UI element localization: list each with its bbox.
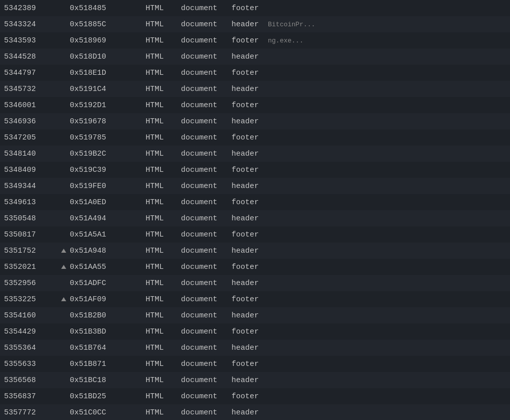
row-type2: document	[171, 263, 226, 271]
row-label: footer	[226, 230, 508, 239]
table-row[interactable]: 5350817 0x51A5A1 HTML document footer	[0, 226, 510, 243]
row-address: 0x518969	[70, 36, 135, 45]
row-arrow	[58, 295, 70, 304]
row-type1: HTML	[135, 230, 171, 239]
row-type2: document	[171, 166, 226, 174]
row-type1: HTML	[135, 408, 171, 417]
table-row[interactable]: 5345732 0x5191C4 HTML document header	[0, 81, 510, 97]
row-label: header	[226, 214, 508, 223]
row-label: footer	[226, 166, 508, 174]
row-address: 0x51885C	[70, 20, 135, 29]
table-row[interactable]: 5346001 0x5192D1 HTML document footer	[0, 97, 510, 113]
row-label: header	[226, 182, 508, 191]
row-id: 5347205	[2, 133, 58, 142]
row-label: footer ng.exe...	[226, 36, 508, 45]
row-label: header	[226, 117, 508, 126]
row-label: header	[226, 247, 508, 255]
row-type2: document	[171, 150, 226, 158]
row-type1: HTML	[135, 279, 171, 288]
row-label: footer	[226, 263, 508, 271]
row-id: 5355633	[2, 360, 58, 368]
table-row[interactable]: 5355364 0x51B764 HTML document header	[0, 340, 510, 356]
row-type2: document	[171, 408, 226, 417]
row-type2: document	[171, 85, 226, 94]
row-type2: document	[171, 20, 226, 29]
row-address: 0x5191C4	[70, 85, 135, 94]
row-address: 0x519678	[70, 117, 135, 126]
row-address: 0x51B2B0	[70, 311, 135, 320]
table-row[interactable]: 5356837 0x51BD25 HTML document footer	[0, 388, 510, 404]
row-address: 0x51AA55	[70, 263, 135, 271]
row-type1: HTML	[135, 69, 171, 77]
table-row[interactable]: 5346936 0x519678 HTML document header	[0, 113, 510, 129]
table-row[interactable]: 5349344 0x519FE0 HTML document header	[0, 178, 510, 194]
row-address: 0x5192D1	[70, 101, 135, 110]
row-label: header	[226, 150, 508, 158]
row-address: 0x51A0ED	[70, 198, 135, 207]
table-row[interactable]: 5349613 0x51A0ED HTML document footer	[0, 194, 510, 210]
row-type1: HTML	[135, 182, 171, 191]
table-row[interactable]: 5348140 0x519B2C HTML document header	[0, 146, 510, 162]
row-type2: document	[171, 198, 226, 207]
table-row[interactable]: 5351752 0x51A948 HTML document header	[0, 243, 510, 259]
table-row[interactable]: 5352956 0x51ADFC HTML document header	[0, 275, 510, 291]
row-address: 0x51ADFC	[70, 279, 135, 288]
row-type1: HTML	[135, 360, 171, 368]
row-label: header BitcoinPr...	[226, 20, 508, 29]
row-type2: document	[171, 214, 226, 223]
table-row[interactable]: 5355633 0x51B871 HTML document footer	[0, 356, 510, 372]
row-label: footer	[226, 198, 508, 207]
row-type2: document	[171, 247, 226, 255]
row-id: 5356837	[2, 392, 58, 401]
row-arrow	[58, 263, 70, 271]
row-type2: document	[171, 360, 226, 368]
row-type2: document	[171, 117, 226, 126]
row-type1: HTML	[135, 53, 171, 61]
table-row[interactable]: 5344797 0x518E1D HTML document footer	[0, 65, 510, 81]
table-row[interactable]: 5347205 0x519785 HTML document footer	[0, 129, 510, 146]
table-row[interactable]: 5343593 0x518969 HTML document footer ng…	[0, 32, 510, 49]
row-id: 5344797	[2, 69, 58, 77]
row-id: 5349613	[2, 198, 58, 207]
table-row[interactable]: 5348409 0x519C39 HTML document footer	[0, 162, 510, 178]
row-id: 5351752	[2, 247, 58, 255]
row-type1: HTML	[135, 376, 171, 385]
table-row[interactable]: 5356568 0x51BC18 HTML document header	[0, 372, 510, 388]
table-row[interactable]: 5350548 0x51A494 HTML document header	[0, 210, 510, 226]
row-id: 5346001	[2, 101, 58, 110]
row-id: 5356568	[2, 376, 58, 385]
table-row[interactable]: 5342389 0x518485 HTML document footer	[0, 0, 510, 16]
row-address: 0x518E1D	[70, 69, 135, 77]
row-label: header	[226, 408, 508, 417]
table-row[interactable]: 5354160 0x51B2B0 HTML document header	[0, 307, 510, 323]
row-address: 0x51BC18	[70, 376, 135, 385]
row-id: 5344528	[2, 53, 58, 61]
row-address: 0x51A5A1	[70, 230, 135, 239]
row-id: 5354160	[2, 311, 58, 320]
table-row[interactable]: 5344528 0x518D10 HTML document header	[0, 49, 510, 65]
table-row[interactable]: 5357772 0x51C0CC HTML document header	[0, 404, 510, 420]
row-label: footer	[226, 392, 508, 401]
row-label: footer	[226, 295, 508, 304]
table-row[interactable]: 5354429 0x51B3BD HTML document footer	[0, 323, 510, 340]
row-type1: HTML	[135, 198, 171, 207]
row-address: 0x51C0CC	[70, 408, 135, 417]
row-type1: HTML	[135, 36, 171, 45]
row-type2: document	[171, 328, 226, 336]
row-type2: document	[171, 230, 226, 239]
row-label: header	[226, 344, 508, 352]
table-row[interactable]: 5343324 0x51885C HTML document header Bi…	[0, 16, 510, 32]
row-type1: HTML	[135, 133, 171, 142]
row-type1: HTML	[135, 295, 171, 304]
row-type2: document	[171, 344, 226, 352]
row-id: 5357772	[2, 408, 58, 417]
row-id: 5350817	[2, 230, 58, 239]
row-label: footer	[226, 360, 508, 368]
row-id: 5348409	[2, 166, 58, 174]
table-row[interactable]: 5352021 0x51AA55 HTML document footer	[0, 259, 510, 275]
row-arrow	[58, 247, 70, 255]
row-address: 0x518D10	[70, 53, 135, 61]
row-type1: HTML	[135, 214, 171, 223]
row-address: 0x519C39	[70, 166, 135, 174]
table-row[interactable]: 5353225 0x51AF09 HTML document footer	[0, 291, 510, 307]
